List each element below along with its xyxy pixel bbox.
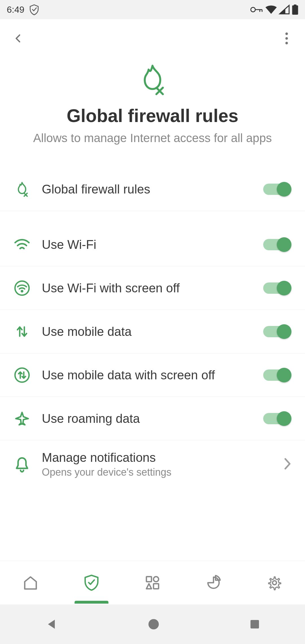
firewall-header-icon [136,63,169,97]
bell-icon [14,456,30,473]
system-nav-bar [0,604,305,644]
cell-signal-icon [280,5,289,14]
svg-rect-9 [146,576,151,582]
row-mobile-data[interactable]: Use mobile data [0,310,305,353]
shield-status-icon [29,4,39,15]
toggle-mobile-data-screen-off[interactable] [263,367,291,383]
row-label: Use mobile data [42,325,263,339]
row-wifi-screen-off[interactable]: Use Wi-Fi with screen off [0,266,305,310]
nav-protection[interactable] [80,574,103,591]
row-sublabel: Opens your device's settings [42,466,284,478]
app-bar [0,19,305,57]
sys-home-button[interactable] [147,618,160,630]
sys-back-button[interactable] [45,617,58,631]
firewall-icon [14,181,30,198]
svg-rect-1 [292,5,298,15]
svg-rect-2 [294,5,297,6]
more-options-button[interactable] [277,29,297,48]
toggle-wifi[interactable] [263,237,291,252]
svg-point-3 [286,32,288,35]
row-wifi[interactable]: Use Wi-Fi [0,223,305,266]
toggle-global-firewall[interactable] [263,182,291,197]
status-time: 6:49 [7,5,24,15]
row-manage-notifications[interactable]: Manage notifications Opens your device's… [0,440,305,488]
row-label: Use roaming data [42,412,263,426]
toggle-mobile-data[interactable] [263,324,291,339]
svg-point-12 [273,581,276,585]
svg-point-5 [286,42,288,44]
row-label: Manage notifications [42,451,284,465]
svg-point-10 [154,576,159,582]
bottom-nav [0,561,305,604]
page-title: Global firewall rules [67,105,238,126]
svg-point-0 [251,7,255,12]
wifi-icon [14,236,30,253]
row-label: Use mobile data with screen off [42,368,263,382]
nav-settings[interactable] [263,575,286,591]
svg-point-13 [149,619,159,630]
vpn-key-icon [250,6,263,13]
wifi-status-icon [265,5,277,14]
wifi-screen-off-icon [14,280,30,297]
nav-apps[interactable] [141,575,164,590]
page-subtitle: Allows to manage Internet access for all… [33,131,272,145]
battery-status-icon [292,5,298,15]
sys-recent-button[interactable] [249,619,260,630]
row-roaming[interactable]: Use roaming data [0,397,305,440]
chevron-right-icon [284,458,291,471]
row-mobile-data-screen-off[interactable]: Use mobile data with screen off [0,353,305,397]
row-label: Global firewall rules [42,182,263,196]
svg-point-4 [286,37,288,40]
mobile-data-icon [14,323,30,340]
airplane-icon [14,410,30,427]
svg-rect-11 [154,584,159,589]
back-button[interactable] [8,29,28,48]
row-label: Use Wi-Fi with screen off [42,281,263,295]
page-header: Global firewall rules Allows to manage I… [0,57,305,167]
mobile-data-screen-off-icon [14,367,30,384]
row-label: Use Wi-Fi [42,238,263,252]
svg-rect-14 [250,620,259,628]
nav-home[interactable] [19,575,42,590]
toggle-roaming[interactable] [263,411,291,426]
settings-list: Global firewall rules Use Wi-Fi Use Wi-F… [0,167,305,561]
svg-point-7 [21,290,23,292]
row-global-firewall[interactable]: Global firewall rules [0,167,305,211]
toggle-wifi-screen-off[interactable] [263,280,291,296]
nav-stats[interactable] [202,575,225,590]
svg-point-8 [15,368,29,382]
status-bar: 6:49 [0,0,305,19]
